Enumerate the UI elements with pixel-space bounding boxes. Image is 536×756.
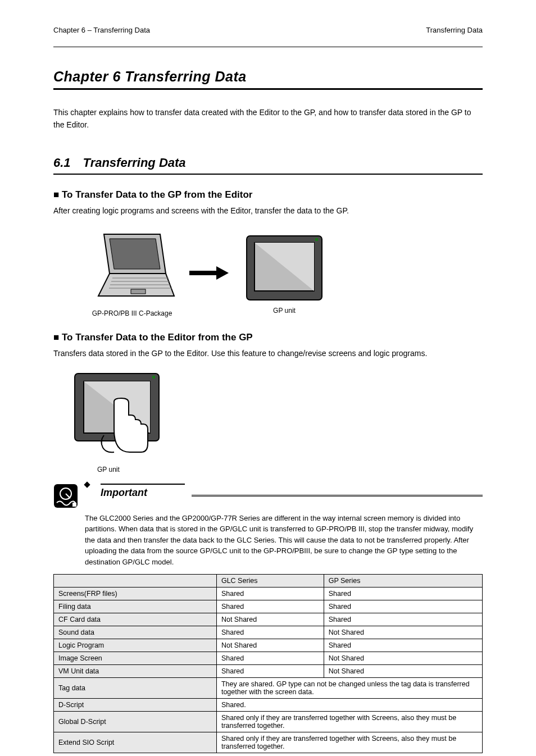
svg-marker-1 xyxy=(110,239,160,269)
important-right-rule xyxy=(192,495,483,497)
section-number: 6.1 xyxy=(53,156,71,170)
gp-unit-label-2: GP unit xyxy=(97,466,483,473)
table-row: Filing data Shared Shared xyxy=(54,600,483,613)
table-header-blank xyxy=(54,575,217,588)
section-title: Transferring Data xyxy=(83,156,186,170)
important-block: Important xyxy=(53,484,483,508)
table-header-gp: GP Series xyxy=(324,575,482,588)
figure-gp-touch: GP unit xyxy=(69,368,483,473)
svg-rect-15 xyxy=(152,376,155,379)
svg-rect-19 xyxy=(72,503,76,507)
important-top-rule xyxy=(101,484,185,485)
diamond-bullet xyxy=(84,481,90,488)
svg-rect-11 xyxy=(315,238,318,241)
chapter-title-rule xyxy=(53,88,483,90)
important-text: The GLC2000 Series and the GP2000/GP-77R… xyxy=(85,513,483,568)
table-row: Extend SIO Script Shared only if they ar… xyxy=(54,732,483,753)
table-row: Logic Program Not Shared Shared xyxy=(54,639,483,652)
subsection-1-text: After creating logic programs and screen… xyxy=(53,205,483,217)
gp-touch-icon xyxy=(69,368,165,463)
subsection-2-text: Transfers data stored in the GP to the E… xyxy=(53,348,483,360)
figure-editor-to-gp: GP-PRO/PB III C-Package GP unit xyxy=(87,229,483,317)
table-row: Global D-Script Shared only if they are … xyxy=(54,712,483,732)
chapter-title: Chapter 6 Transferring Data xyxy=(53,69,483,85)
subsection-1-heading: ■ To Transfer Data to the GP from the Ed… xyxy=(53,189,483,201)
gp-unit-figure: GP unit xyxy=(242,231,326,315)
arrow-icon xyxy=(189,267,230,279)
intro-paragraph: This chapter explains how to transfer da… xyxy=(53,107,483,131)
table-row: Tag data They are shared. GP type can no… xyxy=(54,678,483,699)
table-header-glc: GLC Series xyxy=(216,575,324,588)
gp-unit-icon xyxy=(242,231,326,304)
important-label: Important xyxy=(101,487,147,499)
header-left: Chapter 6 – Transferring Data xyxy=(53,26,150,34)
subsection-2-heading: ■ To Transfer Data to the Editor from th… xyxy=(53,332,483,343)
table-row: Sound data Shared Not Shared xyxy=(54,626,483,639)
table-row: CF Card data Not Shared Shared xyxy=(54,613,483,626)
header-right: Transferring Data xyxy=(426,26,483,34)
header-rule xyxy=(53,47,483,47)
section-rule xyxy=(53,174,483,175)
table-row: Screens(FRP files) Shared Shared xyxy=(54,588,483,600)
laptop-icon xyxy=(87,229,177,307)
compatibility-table: GLC Series GP Series Screens(FRP files) … xyxy=(53,574,483,753)
table-row: VM Unit data Shared Not Shared xyxy=(54,665,483,678)
laptop-label: GP-PRO/PB III C-Package xyxy=(87,309,177,317)
important-icon xyxy=(53,484,78,508)
table-row: D-Script Shared. xyxy=(54,699,483,712)
laptop-figure: GP-PRO/PB III C-Package xyxy=(87,229,177,317)
svg-rect-7 xyxy=(131,289,146,294)
table-row: Image Screen Shared Not Shared xyxy=(54,652,483,665)
gp-unit-label-1: GP unit xyxy=(242,307,326,315)
